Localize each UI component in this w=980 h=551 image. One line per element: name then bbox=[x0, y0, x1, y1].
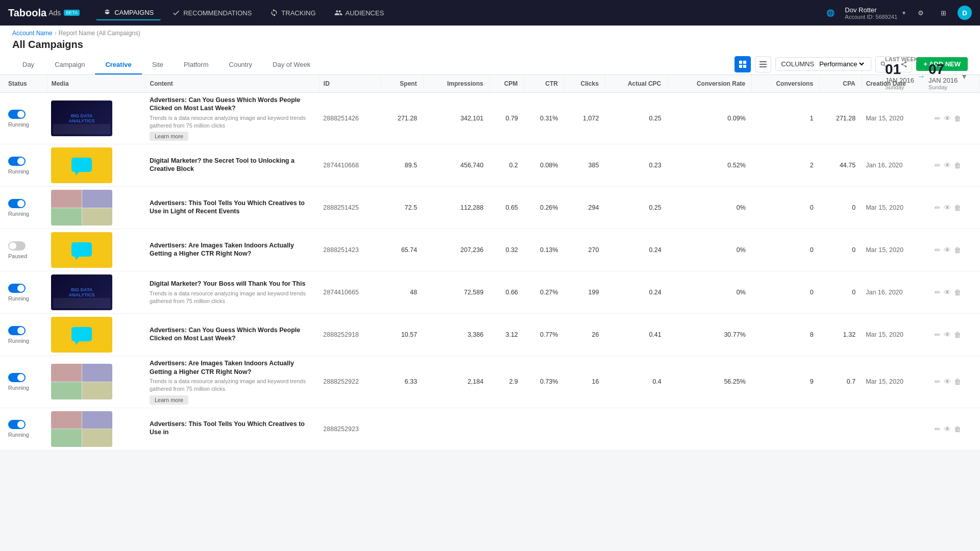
nav-recommendations[interactable]: RECOMMENDATIONS bbox=[165, 6, 259, 20]
delete-icon[interactable]: 🗑 bbox=[954, 114, 961, 122]
cell-status: Paused bbox=[0, 229, 47, 271]
breadcrumb-account[interactable]: Account Name bbox=[12, 30, 53, 37]
preview-icon[interactable]: 👁 bbox=[944, 288, 951, 296]
preview-icon[interactable]: 👁 bbox=[944, 378, 951, 386]
cell-media bbox=[47, 229, 145, 271]
preview-icon[interactable]: 👁 bbox=[944, 331, 951, 339]
status-toggle[interactable] bbox=[8, 284, 26, 293]
learn-more-btn[interactable]: Learn more bbox=[150, 395, 188, 405]
user-info[interactable]: Dov Rotter Account ID: 5689241 ▼ bbox=[845, 6, 906, 20]
cell-cpa: 0 bbox=[820, 271, 862, 314]
svg-rect-9 bbox=[71, 242, 92, 257]
logo[interactable]: Taboola Ads BETA bbox=[8, 7, 80, 19]
nav-campaigns-label: CAMPAIGNS bbox=[114, 9, 154, 16]
delete-icon[interactable]: 🗑 bbox=[954, 288, 961, 296]
cell-cpa: 271.28 bbox=[820, 93, 862, 144]
delete-icon[interactable]: 🗑 bbox=[954, 204, 961, 212]
cell-content: Advertisers: Are Images Taken Indoors Ac… bbox=[145, 229, 319, 271]
date-expand-icon[interactable]: ▼ bbox=[961, 72, 968, 81]
chevron-down-icon: ▼ bbox=[901, 10, 906, 16]
columns-btn[interactable]: COLUMNS Performance Conversions Revenue bbox=[775, 57, 871, 71]
cell-actual-cpc: 0.24 bbox=[605, 271, 667, 314]
content-title: Advertisers: This Tool Tells You Which C… bbox=[150, 199, 315, 216]
tab-country[interactable]: Country bbox=[219, 56, 263, 74]
tab-day[interactable]: Day bbox=[12, 56, 44, 74]
globe-icon-btn[interactable]: 🌐 bbox=[822, 5, 839, 21]
cell-clicks: 385 bbox=[564, 144, 605, 187]
status-toggle[interactable] bbox=[8, 199, 26, 208]
delete-icon[interactable]: 🗑 bbox=[954, 425, 961, 433]
cell-conversion-rate: 0% bbox=[668, 187, 752, 229]
cell-creation-date: Mar 15, 2020 bbox=[862, 314, 930, 356]
table-row: Paused Advertisers: Are Images Taken Ind… bbox=[0, 229, 980, 271]
cell-media: BIG DATAANALYTICS bbox=[47, 271, 145, 314]
preview-icon[interactable]: 👁 bbox=[944, 161, 951, 169]
delete-icon[interactable]: 🗑 bbox=[954, 378, 961, 386]
status-toggle[interactable] bbox=[8, 326, 26, 335]
edit-icon[interactable]: ✏ bbox=[935, 425, 941, 433]
nav-recommendations-label: RECOMMENDATIONS bbox=[183, 9, 252, 17]
cell-impressions: 456,740 bbox=[423, 144, 489, 187]
cell-id: 2874410668 bbox=[319, 144, 381, 187]
delete-icon[interactable]: 🗑 bbox=[954, 331, 961, 339]
delete-icon[interactable]: 🗑 bbox=[954, 246, 961, 254]
date-start-info: JAN 2016 Sunday bbox=[885, 77, 914, 90]
col-id: ID bbox=[319, 75, 381, 93]
date-start: 01 JAN 2016 Sunday bbox=[885, 62, 914, 90]
delete-icon[interactable]: 🗑 bbox=[954, 161, 961, 169]
edit-icon[interactable]: ✏ bbox=[935, 204, 941, 212]
table-header-row: Status Media Content ID Spent Impression… bbox=[0, 75, 980, 93]
learn-more-btn[interactable]: Learn more bbox=[150, 132, 188, 141]
cell-impressions: 2,184 bbox=[423, 356, 489, 408]
list-view-btn[interactable] bbox=[755, 56, 771, 72]
preview-icon[interactable]: 👁 bbox=[944, 425, 951, 433]
cell-actual-cpc: 0.24 bbox=[605, 229, 667, 271]
nav-right: 🌐 Dov Rotter Account ID: 5689241 ▼ ⚙ ⊞ D bbox=[822, 5, 972, 21]
cell-cpm bbox=[489, 408, 524, 450]
cell-actions: ✏ 👁 🗑 bbox=[930, 144, 980, 187]
cell-status: Running bbox=[0, 314, 47, 356]
cell-status: Running bbox=[0, 187, 47, 229]
edit-icon[interactable]: ✏ bbox=[935, 114, 941, 122]
cell-media bbox=[47, 314, 145, 356]
svg-marker-8 bbox=[75, 172, 79, 176]
cell-cpa: 44.75 bbox=[820, 144, 862, 187]
content-title: Advertisers: Can You Guess Which Words P… bbox=[150, 326, 315, 343]
cell-cpm: 0.2 bbox=[489, 144, 524, 187]
edit-icon[interactable]: ✏ bbox=[935, 378, 941, 386]
nav-audiences[interactable]: AUDIENCES bbox=[327, 6, 391, 20]
tab-campaign[interactable]: Campaign bbox=[44, 56, 95, 74]
cell-status: Running bbox=[0, 93, 47, 144]
preview-icon[interactable]: 👁 bbox=[944, 246, 951, 254]
tab-site[interactable]: Site bbox=[142, 56, 174, 74]
cell-spent: 10.57 bbox=[381, 314, 424, 356]
columns-select[interactable]: Performance Conversions Revenue bbox=[817, 60, 866, 68]
edit-icon[interactable]: ✏ bbox=[935, 331, 941, 339]
status-toggle[interactable] bbox=[8, 157, 26, 166]
user-avatar[interactable]: D bbox=[958, 6, 972, 20]
status-toggle[interactable] bbox=[8, 110, 26, 119]
settings-icon-btn[interactable]: ⚙ bbox=[913, 5, 929, 21]
cell-ctr: 0.08% bbox=[524, 144, 565, 187]
status-toggle[interactable] bbox=[8, 373, 26, 382]
preview-icon[interactable]: 👁 bbox=[944, 114, 951, 122]
cell-cpa: 0 bbox=[820, 187, 862, 229]
cell-id: 2874410665 bbox=[319, 271, 381, 314]
edit-icon[interactable]: ✏ bbox=[935, 246, 941, 254]
status-toggle[interactable] bbox=[8, 420, 26, 429]
status-toggle[interactable] bbox=[8, 241, 26, 251]
preview-icon[interactable]: 👁 bbox=[944, 204, 951, 212]
tab-day-of-week[interactable]: Day of Week bbox=[262, 56, 321, 74]
tab-creative[interactable]: Creative bbox=[95, 56, 141, 74]
tab-platform[interactable]: Platform bbox=[174, 56, 218, 74]
nav-campaigns[interactable]: CAMPAIGNS bbox=[96, 5, 161, 20]
cell-actions: ✏ 👁 🗑 bbox=[930, 187, 980, 229]
grid-apps-icon-btn[interactable]: ⊞ bbox=[935, 5, 951, 21]
edit-icon[interactable]: ✏ bbox=[935, 161, 941, 169]
edit-icon[interactable]: ✏ bbox=[935, 288, 941, 296]
status-text: Running bbox=[8, 295, 43, 302]
cell-conversion-rate: 0% bbox=[668, 229, 752, 271]
date-end: 07 JAN 2016 Sunday bbox=[928, 62, 958, 90]
nav-tracking[interactable]: TRACKING bbox=[263, 6, 323, 20]
grid-view-btn[interactable] bbox=[734, 56, 751, 72]
